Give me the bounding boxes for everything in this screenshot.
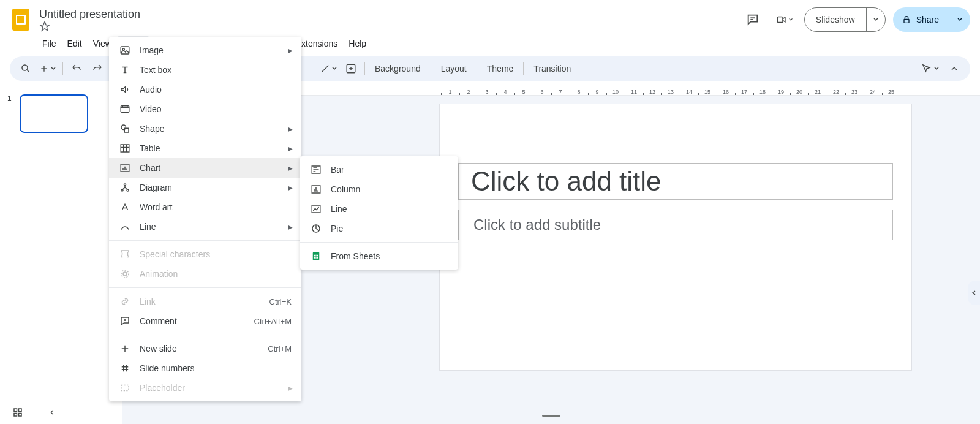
grid-view-icon[interactable] (12, 407, 23, 418)
share-button[interactable]: Share (893, 7, 970, 32)
placeholder-icon (119, 382, 131, 394)
hash-icon (119, 362, 131, 374)
subtitle-placeholder-text: Click to add subtitle (473, 216, 601, 233)
insert-word-art[interactable]: Word art (109, 197, 301, 217)
lock-icon (902, 15, 911, 25)
line-icon (119, 221, 131, 233)
svg-point-7 (22, 65, 28, 70)
speaker-notes-handle[interactable] (542, 415, 560, 417)
insert-text-box-label: Text box (140, 65, 292, 75)
insert-comment[interactable]: Comment Ctrl+Alt+M (109, 311, 301, 331)
collapse-toolbar-icon[interactable] (944, 59, 964, 78)
insert-image[interactable]: Image ▶ (109, 40, 301, 60)
insert-chart[interactable]: Chart ▶ (109, 158, 301, 178)
thumbnail-preview[interactable] (20, 94, 88, 133)
svg-rect-45 (121, 385, 129, 391)
image-icon (119, 44, 131, 56)
insert-shape[interactable]: Shape ▶ (109, 119, 301, 138)
chart-from-sheets-label: From Sheets (331, 251, 448, 261)
insert-audio[interactable]: Audio (109, 80, 301, 99)
svg-rect-24 (121, 145, 129, 152)
slideshow-button[interactable]: Slideshow (804, 7, 886, 32)
subtitle-placeholder[interactable]: Click to add subtitle (458, 210, 893, 240)
comment-history-icon[interactable] (741, 7, 765, 32)
text-box-icon (119, 64, 131, 76)
link-icon (119, 295, 131, 308)
pie-chart-icon (310, 222, 322, 235)
insert-chart-label: Chart (140, 163, 292, 173)
animation-icon (119, 268, 131, 280)
title-placeholder[interactable]: Click to add title (458, 163, 893, 200)
layout-button[interactable]: Layout (435, 59, 473, 78)
insert-menu-dropdown: Image ▶ Text box Audio Video Shape ▶ Tab… (109, 37, 301, 401)
column-chart-icon (310, 183, 322, 195)
slide-canvas[interactable]: Click to add title Click to add subtitle (440, 104, 911, 370)
insert-diagram-label: Diagram (140, 183, 292, 192)
share-label: Share (916, 15, 939, 25)
ruler-tick: 1 (441, 89, 459, 95)
insert-video[interactable]: Video (109, 99, 301, 119)
collapse-panel-icon[interactable] (48, 408, 56, 417)
insert-comment-label: Comment (140, 316, 254, 326)
insert-word-art-label: Word art (140, 202, 292, 212)
background-button[interactable]: Background (369, 59, 427, 78)
menu-separator (109, 287, 301, 288)
ruler-tick: 21 (809, 89, 827, 95)
insert-image-label: Image (140, 45, 292, 55)
menu-help[interactable]: Help (343, 36, 372, 51)
chart-icon (119, 162, 131, 174)
slideshow-dropdown-icon[interactable] (867, 8, 885, 31)
ruler-tick: 15 (698, 89, 717, 95)
svg-point-36 (121, 270, 129, 278)
undo-icon[interactable] (67, 59, 86, 78)
ruler-tick: 18 (753, 89, 772, 95)
insert-diagram[interactable]: Diagram ▶ (109, 178, 301, 197)
svg-point-35 (123, 272, 127, 276)
omega-icon (119, 248, 131, 260)
toolbar-separator (431, 62, 431, 75)
ruler-tick: 22 (827, 89, 845, 95)
line-tool-icon[interactable] (318, 59, 340, 78)
svg-point-34 (127, 189, 129, 191)
ruler-tick: 12 (643, 89, 662, 95)
doc-title[interactable]: Untitled presentation (39, 8, 140, 21)
insert-placeholder-label: Placeholder (140, 383, 292, 393)
chart-line[interactable]: Line (300, 199, 458, 219)
insert-text-box[interactable]: Text box (109, 60, 301, 80)
redo-icon[interactable] (88, 59, 107, 78)
chart-pie[interactable]: Pie (300, 219, 458, 238)
insert-line[interactable]: Line ▶ (109, 217, 301, 237)
search-menus-icon[interactable] (16, 59, 36, 78)
insert-table[interactable]: Table ▶ (109, 138, 301, 158)
star-icon[interactable] (39, 21, 741, 32)
transition-button[interactable]: Transition (527, 59, 577, 78)
slideshow-label[interactable]: Slideshow (805, 8, 867, 31)
explore-tab-icon[interactable] (968, 281, 980, 305)
submenu-arrow-icon: ▶ (288, 165, 293, 172)
ruler-tick: 7 (551, 89, 570, 95)
slides-logo[interactable] (10, 9, 32, 31)
svg-point-33 (121, 189, 123, 191)
chart-from-sheets[interactable]: From Sheets (300, 246, 458, 266)
share-dropdown-icon[interactable] (949, 7, 970, 32)
submenu-arrow-icon: ▶ (288, 126, 293, 132)
theme-button[interactable]: Theme (481, 59, 520, 78)
insert-new-slide[interactable]: New slide Ctrl+M (109, 339, 301, 358)
mode-switcher-icon[interactable] (919, 59, 942, 78)
chart-column[interactable]: Column (300, 180, 458, 199)
chart-bar[interactable]: Bar (300, 160, 458, 180)
insert-new-slide-label: New slide (140, 344, 268, 354)
ruler-tick: 5 (514, 89, 533, 95)
insert-slide-numbers[interactable]: Slide numbers (109, 358, 301, 378)
video-icon (119, 103, 131, 115)
svg-rect-18 (19, 414, 22, 417)
slide-thumbnail-1[interactable]: 1 (7, 94, 115, 133)
menu-file[interactable]: File (37, 36, 62, 51)
new-slide-tool[interactable] (37, 59, 59, 78)
toolbar-separator (364, 62, 365, 75)
menu-edit[interactable]: Edit (62, 36, 88, 51)
add-comment-icon[interactable] (341, 59, 361, 78)
meet-icon[interactable] (772, 7, 797, 32)
toolbar-separator (477, 62, 477, 75)
chart-bar-label: Bar (331, 165, 448, 175)
